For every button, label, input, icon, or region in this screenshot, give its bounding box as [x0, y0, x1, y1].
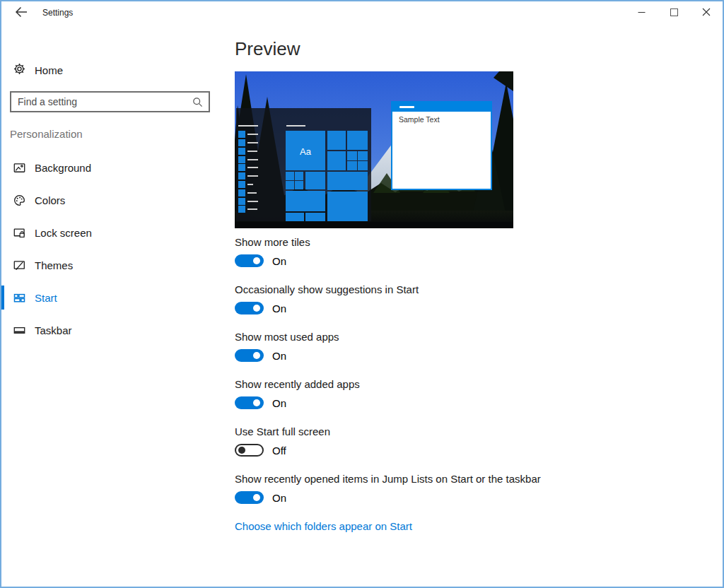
setting-toggle[interactable] — [235, 254, 264, 267]
sidebar-item-colors[interactable]: Colors — [1, 184, 214, 216]
toggle-state-label: On — [272, 302, 286, 314]
sidebar-item-background[interactable]: Background — [1, 151, 214, 184]
setting-group: Show more tilesOn — [235, 235, 310, 249]
back-arrow-icon — [15, 6, 28, 20]
sidebar-item-label: Start — [35, 292, 57, 304]
image-icon — [13, 162, 25, 174]
toggle-knob — [253, 399, 260, 406]
minimize-button[interactable] — [625, 1, 658, 24]
page-title: Preview — [235, 38, 300, 60]
section-label-personalization: Personalization — [10, 128, 83, 140]
sidebar-item-label: Colors — [35, 194, 65, 206]
setting-toggle[interactable] — [235, 302, 264, 314]
setting-label: Use Start full screen — [235, 425, 330, 439]
setting-label: Occasionally show suggestions in Start — [235, 283, 419, 297]
setting-toggle[interactable] — [235, 349, 264, 362]
titlebar: Settings — [1, 1, 723, 24]
preview-taskbar — [235, 222, 513, 228]
toggle-knob — [253, 305, 260, 312]
setting-toggle[interactable] — [235, 491, 264, 504]
close-button[interactable] — [690, 1, 723, 24]
setting-group: Show recently added appsOn — [235, 377, 360, 392]
toggle-knob — [253, 494, 260, 501]
window-title: Settings — [42, 1, 73, 24]
toggle-state-label: On — [272, 350, 286, 362]
setting-label: Show more tiles — [235, 235, 310, 249]
maximize-icon — [670, 8, 678, 18]
setting-label: Show recently opened items in Jump Lists… — [235, 472, 541, 486]
toggle-state-label: On — [272, 255, 286, 267]
sidebar-item-lock-screen[interactable]: Lock screen — [1, 216, 214, 249]
search-icon — [192, 97, 203, 107]
sidebar-item-home[interactable]: Home — [1, 59, 214, 81]
gear-icon — [13, 63, 25, 78]
close-icon — [702, 8, 711, 18]
maximize-button[interactable] — [658, 1, 690, 24]
setting-toggle[interactable] — [235, 396, 264, 409]
settings-window: Settings — [0, 0, 724, 588]
toggle-state-label: On — [272, 397, 286, 409]
preview-aa-tile-label: Aa — [300, 146, 312, 157]
sidebar-item-start[interactable]: Start — [1, 281, 214, 314]
lockscreen-icon — [13, 227, 25, 239]
setting-group: Show most used appsOn — [235, 330, 339, 344]
toggle-knob — [253, 257, 260, 264]
choose-folders-link[interactable]: Choose which folders appear on Start — [235, 520, 412, 532]
setting-group: Show recently opened items in Jump Lists… — [235, 472, 541, 486]
setting-group: Use Start full screenOff — [235, 425, 330, 439]
toggle-state-label: Off — [272, 445, 286, 457]
sidebar-item-label: Background — [35, 162, 91, 174]
sidebar-item-label: Lock screen — [35, 227, 92, 239]
sidebar-item-label: Taskbar — [35, 324, 72, 336]
preview-sample-window: Sample Text — [391, 101, 492, 190]
toggle-state-label: On — [272, 492, 286, 504]
toggle-knob — [238, 447, 245, 454]
toggle-knob — [253, 352, 260, 359]
themes-icon — [13, 259, 25, 271]
start-icon — [13, 292, 25, 304]
sidebar-nav: BackgroundColorsLock screenThemesStartTa… — [1, 151, 214, 346]
window-controls — [625, 1, 723, 24]
sidebar-item-themes[interactable]: Themes — [1, 249, 214, 281]
sidebar-home-label: Home — [35, 64, 63, 76]
sidebar-item-label: Themes — [35, 259, 73, 271]
minimize-icon — [638, 8, 646, 18]
setting-group: Occasionally show suggestions in StartOn — [235, 283, 419, 297]
taskbar-icon — [13, 324, 25, 336]
sidebar-item-taskbar[interactable]: Taskbar — [1, 314, 214, 346]
palette-icon — [13, 194, 25, 206]
search-box — [10, 91, 210, 112]
start-preview-image: Aa Sample Text — [235, 71, 513, 228]
setting-label: Show recently added apps — [235, 377, 360, 392]
preview-sample-text: Sample Text — [399, 115, 440, 124]
setting-toggle[interactable] — [235, 444, 264, 457]
back-button[interactable] — [8, 1, 34, 24]
main-content: Preview — [235, 24, 723, 587]
setting-label: Show most used apps — [235, 330, 339, 344]
search-input[interactable] — [11, 96, 192, 107]
sidebar: Home Personalization BackgroundColorsLoc… — [1, 24, 235, 587]
